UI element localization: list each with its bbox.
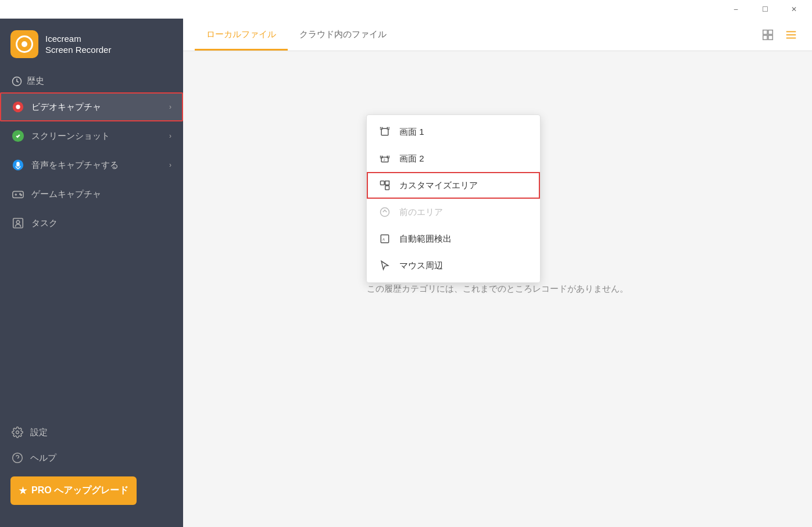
minimize-button[interactable]: – [722,0,749,19]
screen1-icon [378,126,391,138]
game-icon [12,188,24,200]
dropdown-label-custom: カスタマイズエリア [399,180,478,191]
tab-local-files[interactable]: ローカルファイル [195,19,288,51]
video-icon [12,101,24,113]
tabs-bar: ローカルファイル クラウド内のファイル [183,19,812,51]
svg-rect-26 [381,181,385,185]
app-title: Icecream Screen Recorder [45,33,111,56]
logo-icon [16,35,33,53]
sidebar-item-task[interactable]: タスク [0,209,183,238]
titlebar: – ☐ ✕ [0,0,812,19]
custom-area-icon [378,179,391,192]
chevron-right-icon: › [169,103,171,111]
sidebar-item-video-label: ビデオキャプチャ [31,102,101,113]
star-icon: ★ [19,485,27,496]
svg-rect-17 [768,30,772,34]
sidebar-item-audio-label: 音声をキャプチャする [31,160,119,171]
svg-rect-16 [763,30,767,34]
close-button[interactable]: ✕ [781,0,807,19]
dropdown-label-screen2: 画面 2 [399,153,424,164]
dropdown-item-mouse[interactable]: マウス周辺 [367,252,540,279]
sidebar-item-audio[interactable]: 音声をキャプチャする › [0,150,183,180]
main-content: ローカルファイル クラウド内のファイル [183,19,812,527]
app-container: Icecream Screen Recorder 歴史 ビデオキャ [0,19,812,527]
sidebar-item-settings[interactable]: 設定 [0,420,183,445]
svg-point-13 [16,431,19,434]
history-section: 歴史 [0,70,183,92]
grid-view-button[interactable] [759,26,777,44]
history-label: 歴史 [27,76,44,87]
app-logo [10,30,38,58]
logo-dot [22,41,27,47]
auto-detect-icon: A [378,232,391,245]
help-icon [12,452,23,464]
help-label: ヘルプ [30,453,56,464]
sidebar-item-help[interactable]: ヘルプ [0,445,183,471]
maximize-button[interactable]: ☐ [752,0,778,19]
svg-rect-11 [13,218,23,228]
sidebar-item-task-label: タスク [31,218,58,229]
svg-rect-18 [763,35,767,39]
svg-rect-19 [768,35,772,39]
settings-label: 設定 [30,427,48,438]
svg-point-10 [21,195,22,196]
upgrade-button[interactable]: ★ PRO へアップグレード [10,476,137,505]
dropdown-label-mouse: マウス周辺 [399,260,443,271]
dropdown-item-custom[interactable]: カスタマイズエリア [367,172,540,199]
mouse-area-icon [378,259,391,272]
dropdown-label-screen1: 画面 1 [399,127,424,138]
sidebar-item-game-label: ゲームキャプチャ [31,189,101,200]
dropdown-menu: 画面 1 2 画面 2 [366,114,541,283]
svg-text:A: A [382,237,385,241]
sidebar: Icecream Screen Recorder 歴史 ビデオキャ [0,19,183,527]
sidebar-item-screenshot[interactable]: スクリーンショット › [0,121,183,150]
audio-icon [12,159,24,171]
history-icon [12,76,22,87]
svg-point-12 [16,220,20,224]
view-icons [759,26,800,44]
dropdown-label-previous: 前のエリア [399,207,443,218]
sidebar-item-game[interactable]: ゲームキャプチャ [0,180,183,209]
task-icon [12,217,24,230]
dropdown-item-screen1[interactable]: 画面 1 [367,119,540,145]
svg-rect-27 [385,186,389,190]
dropdown-item-previous: 前のエリア [367,199,540,225]
screen2-icon: 2 [378,152,391,165]
sidebar-header: Icecream Screen Recorder [0,19,183,70]
svg-text:2: 2 [384,158,385,162]
previous-area-icon [378,206,391,218]
empty-message: この履歴カテゴリには、これまでのところレコードがありません。 [367,284,628,295]
chevron-right-icon-3: › [169,161,171,169]
svg-rect-23 [381,128,388,135]
dropdown-item-auto[interactable]: A 自動範囲検出 [367,225,540,252]
tab-cloud-files[interactable]: クラウド内のファイル [288,19,398,51]
sidebar-item-video[interactable]: ビデオキャプチャ › [0,92,183,121]
sidebar-item-screenshot-label: スクリーンショット [31,131,110,142]
dropdown-label-auto: 自動範囲検出 [399,234,452,245]
svg-point-14 [13,453,23,463]
dropdown-item-screen2[interactable]: 2 画面 2 [367,145,540,172]
screenshot-icon [12,130,24,142]
settings-icon [12,426,23,438]
list-view-button[interactable] [782,26,800,44]
svg-point-28 [381,208,389,217]
chevron-right-icon-2: › [169,132,171,140]
svg-point-2 [16,105,20,109]
upgrade-label: PRO へアップグレード [31,485,128,497]
